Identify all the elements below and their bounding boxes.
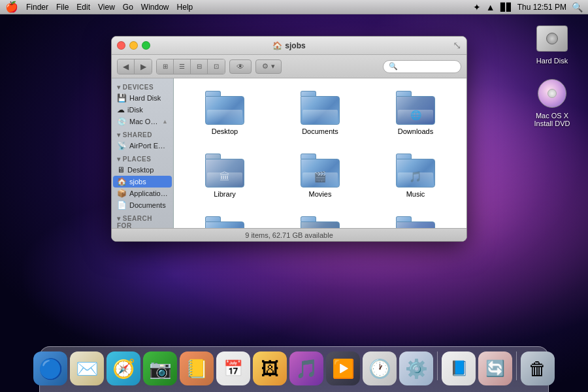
folder-movies-icon: 🎬 [301, 154, 340, 188]
sidebar-item-desktop[interactable]: 🖥 Desktop [112, 164, 173, 176]
file-item-movies[interactable]: 🎬 Movies [291, 151, 350, 201]
window-content: ▾ DEVICES 💾 Hard Disk ☁ iDisk 💿 Mac OS X… [112, 78, 466, 228]
menu-view[interactable]: View [98, 3, 115, 12]
idisk-icon: ☁ [117, 105, 125, 114]
view-icon-btn[interactable]: ⊞ [157, 59, 174, 74]
folder-body: 🌐 [396, 221, 435, 228]
dock-divider2 [516, 351, 517, 380]
folder-body: 🎵 [396, 159, 435, 188]
menu-help[interactable]: Help [177, 3, 193, 12]
sidebar-shared: ▾ SHARED 📡 AirPort Extreme [112, 130, 173, 152]
sidebar-heading-devices: ▾ DEVICES [112, 82, 173, 92]
dock-item-finder[interactable]: 🔵 [33, 351, 67, 385]
menu-edit[interactable]: Edit [76, 3, 90, 12]
folder-tab [301, 91, 316, 96]
dock-item-quicktime[interactable]: ▶️ [326, 351, 360, 385]
folder-desktop-icon [205, 91, 244, 125]
search-box[interactable]: 🔍 [383, 60, 461, 73]
dock-items: 🔵 ✉️ 🧭 📷 📒 📅 🖼 [27, 351, 561, 389]
folder-tab [301, 216, 316, 221]
file-item-documents[interactable]: Documents [291, 88, 350, 138]
sidebar-heading-places: ▾ PLACES [112, 154, 173, 164]
folder-body: 🎬 [301, 159, 340, 188]
dock-item-itunes[interactable]: 🎵 [289, 351, 323, 385]
dock-item-php[interactable]: 📘 [442, 351, 476, 385]
dock-item-mail[interactable]: ✉️ [70, 351, 104, 385]
resize-icon[interactable]: ⤡ [453, 39, 461, 52]
sidebar-item-sjobs[interactable]: 🏠 sjobs [113, 176, 172, 188]
quicklook-button[interactable]: 👁 [229, 59, 252, 74]
dock-item-trash[interactable]: 🗑 [521, 351, 555, 385]
sidebar-harddisk-label: Hard Disk [129, 94, 161, 102]
sidebar-item-harddisk[interactable]: 💾 Hard Disk [112, 92, 173, 104]
window-title-icon: 🏠 [272, 41, 282, 50]
forward-button[interactable]: ▶ [135, 59, 152, 74]
sidebar-applications-label: Applications [129, 189, 168, 197]
sidebar-item-idisk[interactable]: ☁ iDisk [112, 104, 173, 116]
spotlight-icon[interactable]: 🔍 [572, 2, 583, 12]
folder-downloads-icon: 🌐 [396, 91, 435, 125]
view-list-btn[interactable]: ☰ [174, 59, 191, 74]
dock-item-safari[interactable]: 🧭 [106, 351, 140, 385]
window-title: 🏠 sjobs [272, 41, 305, 50]
desktop-sidebar-icon: 🖥 [117, 165, 125, 174]
file-item-pictures[interactable]: 📷 Pictures [195, 214, 254, 228]
folder-body [205, 96, 244, 125]
view-column-btn[interactable]: ⊟ [191, 59, 208, 74]
back-button[interactable]: ◀ [118, 59, 135, 74]
bluetooth-icon[interactable]: ✦ [473, 2, 481, 12]
window-toolbar: ◀ ▶ ⊞ ☰ ⊟ ⊡ 👁 ⚙ ▾ 🔍 [112, 55, 466, 78]
minimize-button[interactable] [129, 41, 138, 50]
dock-item-app2[interactable]: 🔄 [478, 351, 512, 385]
sidebar-desktop-label: Desktop [127, 166, 154, 174]
file-label-documents: Documents [302, 127, 338, 135]
sidebar-item-macosdvd[interactable]: 💿 Mac OS X I... ▲ [112, 116, 173, 127]
file-item-music[interactable]: 🎵 Music [386, 151, 445, 201]
sidebar-airport-label: AirPort Extreme [129, 142, 168, 150]
window-title-text: sjobs [285, 41, 305, 50]
sidebar-dvd-label: Mac OS X I... [129, 118, 159, 125]
menu-go[interactable]: Go [123, 3, 133, 12]
file-label-desktop: Desktop [212, 127, 238, 135]
sidebar-item-airport[interactable]: 📡 AirPort Extreme [112, 140, 173, 152]
file-item-sites[interactable]: 🌐 Sites [386, 214, 445, 228]
dock-item-systemprefs[interactable]: ⚙️ [399, 351, 433, 385]
file-item-desktop[interactable]: Desktop [195, 88, 254, 138]
addressbook-dock-icon: 📒 [180, 351, 214, 385]
action-button[interactable]: ⚙ ▾ [255, 59, 282, 74]
dock-item-ical[interactable]: 📅 [216, 351, 250, 385]
sidebar-devices: ▾ DEVICES 💾 Hard Disk ☁ iDisk 💿 Mac OS X… [112, 82, 173, 127]
maximize-button[interactable] [142, 41, 150, 50]
menu-window[interactable]: Window [141, 3, 169, 12]
menu-file[interactable]: File [56, 3, 69, 12]
dock-item-iphoto[interactable]: 🖼 [253, 351, 287, 385]
wifi-icon[interactable]: ▲ [486, 2, 495, 12]
desktop-icon-harddisk[interactable]: Hard Disk [536, 23, 568, 65]
file-item-library[interactable]: 🏛 Library [195, 151, 254, 201]
facetime-dock-icon: 📷 [143, 351, 177, 385]
folder-sheen [207, 110, 242, 123]
close-button[interactable] [117, 41, 125, 50]
apple-menu[interactable]: 🍎 [5, 1, 18, 13]
sidebar-item-applications[interactable]: 📦 Applications [112, 188, 173, 199]
sidebar-item-documents[interactable]: 📄 Documents [112, 199, 173, 211]
view-buttons: ⊞ ☰ ⊟ ⊡ [156, 59, 225, 74]
file-item-public[interactable]: 👥 Public [291, 214, 350, 228]
nav-buttons: ◀ ▶ [117, 59, 152, 74]
systemprefs-dock-icon: ⚙️ [399, 351, 433, 385]
menu-finder[interactable]: Finder [26, 3, 48, 12]
dock-item-addressbook[interactable]: 📒 [180, 351, 214, 385]
search-input[interactable] [400, 63, 453, 71]
safari-dock-icon: 🧭 [106, 351, 140, 385]
battery-icon[interactable]: ▊▊ [500, 3, 512, 12]
app2-dock-icon: 🔄 [478, 351, 512, 385]
folder-documents-icon [301, 91, 340, 125]
folder-tab [396, 91, 412, 96]
harddisk-icon: 💾 [117, 93, 127, 103]
file-item-downloads[interactable]: 🌐 Downloads [386, 88, 445, 138]
desktop-icon-dvd[interactable]: Mac OS X Install DVD [526, 78, 578, 127]
status-text: 9 items, 62.71 GB available [245, 231, 333, 239]
view-cover-btn[interactable]: ⊡ [208, 59, 225, 74]
dock-item-facetime[interactable]: 📷 [143, 351, 177, 385]
dock-item-clock[interactable]: 🕐 [363, 351, 397, 385]
